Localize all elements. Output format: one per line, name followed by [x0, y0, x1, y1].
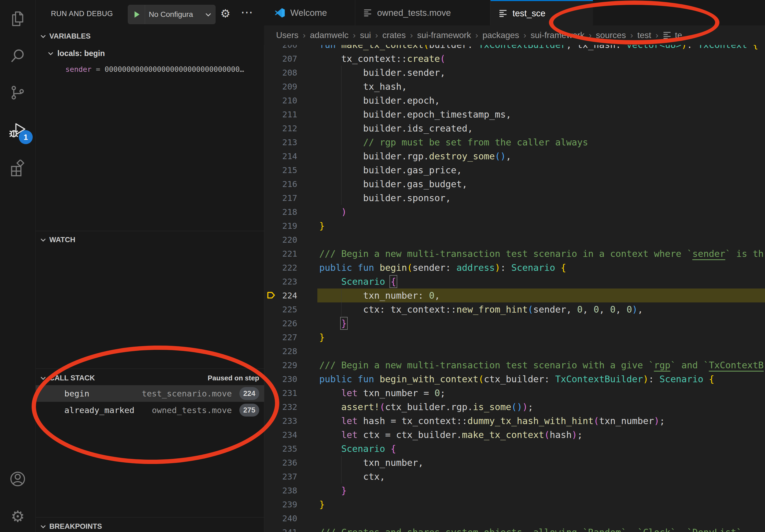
- code-line[interactable]: 230public fun begin_with_context(ctx_bui…: [264, 372, 765, 386]
- line-number[interactable]: 235: [264, 444, 297, 453]
- code-line[interactable]: 228: [264, 344, 765, 358]
- code-line[interactable]: 237 ctx,: [264, 470, 765, 483]
- line-number[interactable]: 228: [264, 346, 297, 356]
- code-editor[interactable]: 206fun make_tx_context(builder: TxContex…: [264, 38, 765, 532]
- tab-welcome[interactable]: Welcome: [266, 0, 355, 25]
- line-number[interactable]: 236: [264, 458, 297, 467]
- source-control-icon[interactable]: [8, 83, 27, 102]
- line-number[interactable]: 213: [264, 137, 297, 147]
- breakpoints-section-header[interactable]: BREAKPOINTS: [35, 520, 264, 532]
- line-number[interactable]: 210: [264, 96, 297, 105]
- search-icon[interactable]: [8, 46, 27, 65]
- breadcrumb-item[interactable]: packages: [482, 30, 519, 40]
- callstack-frame-already_marked[interactable]: already_markedowned_tests.move275: [35, 402, 264, 418]
- line-number[interactable]: 217: [264, 193, 297, 203]
- line-number[interactable]: 208: [264, 68, 297, 78]
- line-number[interactable]: 238: [264, 486, 297, 495]
- callstack-frame-begin[interactable]: begintest_scenario.move224: [35, 385, 264, 402]
- line-number[interactable]: 216: [264, 179, 297, 189]
- line-number[interactable]: 219: [264, 221, 297, 231]
- breadcrumb-item[interactable]: test: [637, 30, 651, 40]
- code-line[interactable]: 227}: [264, 330, 765, 344]
- code-line[interactable]: 217 builder.sponsor,: [264, 191, 765, 205]
- line-number[interactable]: 225: [264, 305, 297, 314]
- tab-test-sce[interactable]: test_sce: [490, 0, 593, 25]
- code-line[interactable]: 216 builder.gas_budget,: [264, 177, 765, 191]
- code-line[interactable]: 231 let txn_number = 0;: [264, 386, 765, 400]
- code-line[interactable]: 232 assert!(ctx_builder.rgp.is_some());: [264, 400, 765, 414]
- more-actions-icon[interactable]: ⋯: [241, 5, 253, 19]
- line-number[interactable]: 218: [264, 207, 297, 217]
- code-line[interactable]: 238 }: [264, 483, 765, 497]
- line-number[interactable]: 215: [264, 165, 297, 175]
- line-number[interactable]: 229: [264, 360, 297, 370]
- code-line[interactable]: 225 ctx: tx_context::new_from_hint(sende…: [264, 302, 765, 316]
- code-line[interactable]: 222public fun begin(sender: address): Sc…: [264, 261, 765, 275]
- code-line[interactable]: 213 // rgp must be set from the caller a…: [264, 135, 765, 149]
- tab-owned-tests-move[interactable]: owned_tests.move: [355, 0, 490, 25]
- breadcrumb-item[interactable]: sui: [360, 30, 371, 40]
- line-number[interactable]: 241: [264, 527, 297, 532]
- line-number[interactable]: 239: [264, 500, 297, 509]
- breadcrumb-file[interactable]: te: [675, 30, 682, 40]
- code-line[interactable]: 214 builder.rgp.destroy_some(),: [264, 149, 765, 163]
- line-number[interactable]: 232: [264, 402, 297, 412]
- line-number[interactable]: 211: [264, 110, 297, 119]
- code-line[interactable]: 220: [264, 233, 765, 247]
- code-line[interactable]: 229/// Begin a new multi-transaction tes…: [264, 358, 765, 372]
- code-line[interactable]: 212 builder.ids_created,: [264, 121, 765, 135]
- variables-scope-row[interactable]: locals: begin: [35, 47, 264, 60]
- code-line[interactable]: 226 }: [264, 316, 765, 330]
- code-line[interactable]: 221/// Begin a new multi-transaction tes…: [264, 247, 765, 261]
- line-number[interactable]: 214: [264, 151, 297, 161]
- breadcrumb-item[interactable]: sui-framework: [531, 30, 585, 40]
- call-stack-section-header[interactable]: CALL STACK Paused on step: [35, 372, 264, 384]
- code-line[interactable]: 234 let ctx = ctx_builder.make_tx_contex…: [264, 428, 765, 442]
- line-number[interactable]: 230: [264, 374, 297, 384]
- line-number[interactable]: 231: [264, 388, 297, 398]
- line-number[interactable]: 233: [264, 416, 297, 426]
- line-number[interactable]: 221: [264, 249, 297, 258]
- code-line[interactable]: 240: [264, 511, 765, 525]
- line-number[interactable]: 223: [264, 277, 297, 286]
- line-number[interactable]: 234: [264, 430, 297, 439]
- code-line[interactable]: 215 builder.gas_price,: [264, 163, 765, 177]
- code-line[interactable]: 209 tx_hash,: [264, 80, 765, 94]
- code-line[interactable]: 218 ): [264, 205, 765, 219]
- watch-section-header[interactable]: WATCH: [35, 234, 264, 246]
- code-line[interactable]: 208 builder.sender,: [264, 66, 765, 80]
- code-line[interactable]: 223 Scenario {: [264, 275, 765, 289]
- start-debugging-button[interactable]: No Configura: [128, 5, 216, 24]
- line-number[interactable]: 226: [264, 319, 297, 328]
- breadcrumb-item[interactable]: adamwelc: [310, 30, 349, 40]
- code-line[interactable]: 235 Scenario {: [264, 442, 765, 456]
- start-debug-play-icon[interactable]: [128, 5, 145, 24]
- line-number[interactable]: 237: [264, 472, 297, 481]
- account-icon[interactable]: [8, 469, 27, 489]
- line-number[interactable]: 207: [264, 54, 297, 64]
- line-number[interactable]: 212: [264, 124, 297, 133]
- code-line[interactable]: 236 txn_number,: [264, 456, 765, 470]
- code-line[interactable]: 210 builder.epoch,: [264, 94, 765, 108]
- explorer-icon[interactable]: [8, 9, 27, 28]
- line-number[interactable]: 209: [264, 82, 297, 91]
- code-line[interactable]: 219}: [264, 219, 765, 233]
- line-number[interactable]: 227: [264, 333, 297, 342]
- extensions-icon[interactable]: [8, 158, 27, 178]
- chevron-down-icon[interactable]: [204, 11, 215, 18]
- line-number[interactable]: 224: [264, 291, 297, 300]
- breadcrumb-item[interactable]: Users: [276, 30, 299, 40]
- code-line[interactable]: 233 let hash = tx_context::dummy_tx_hash…: [264, 414, 765, 428]
- code-line[interactable]: 224 txn_number: 0,: [264, 289, 765, 302]
- breadcrumb-item[interactable]: sui-framework: [417, 30, 471, 40]
- breadcrumb-item[interactable]: crates: [382, 30, 406, 40]
- run-and-debug-icon[interactable]: 1: [8, 121, 27, 140]
- settings-gear-icon[interactable]: ⚙: [8, 507, 27, 526]
- debug-config-dropdown[interactable]: No Configura: [145, 10, 204, 19]
- line-number[interactable]: 222: [264, 263, 297, 272]
- code-line[interactable]: 211 builder.epoch_timestamp_ms,: [264, 108, 765, 121]
- line-number[interactable]: 220: [264, 235, 297, 245]
- code-line[interactable]: 241/// Creates and shares system objects…: [264, 525, 765, 532]
- gear-icon[interactable]: ⚙: [220, 8, 231, 19]
- breadcrumb-item[interactable]: sources: [596, 30, 626, 40]
